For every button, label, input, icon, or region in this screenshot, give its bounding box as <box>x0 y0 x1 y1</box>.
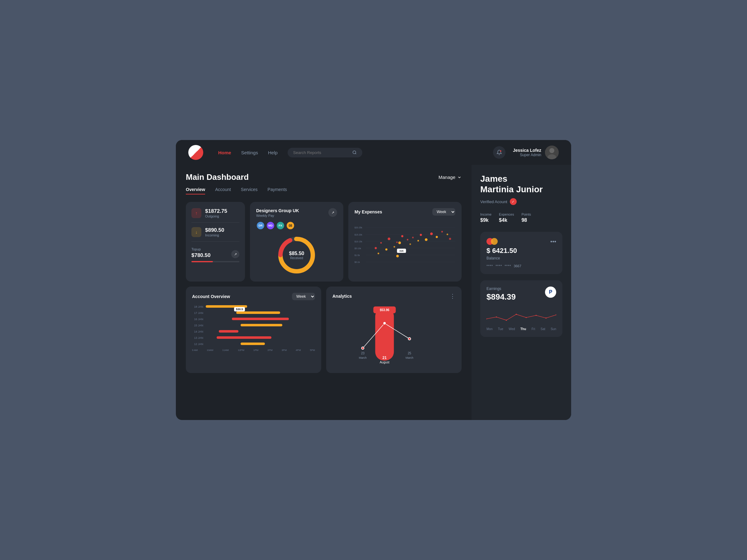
chevron-down-icon <box>457 175 462 180</box>
notifications-button[interactable] <box>493 146 506 159</box>
day-sat: Sat <box>541 327 545 331</box>
incoming-label: Incoming <box>205 233 224 237</box>
svg-rect-44 <box>376 308 394 361</box>
right-panel: James Martinia Junior Verified Acount ✓ … <box>471 165 571 420</box>
cards-bottom: Account Overview Week Month 18 JAN <box>186 287 462 373</box>
svg-text:$15-20k: $15-20k <box>355 234 362 236</box>
card-section: ••• $ 6421.50 Balance **** **** **** 366… <box>480 232 562 274</box>
gantt-row-17jan: 17 JAN $30.5 <box>192 312 315 315</box>
svg-point-53 <box>362 347 364 349</box>
card-more-button[interactable]: ••• <box>550 239 556 245</box>
nav-help[interactable]: Help <box>268 150 278 155</box>
earnings-section: Earnings $894.39 P <box>480 280 562 337</box>
topup-arrow-button[interactable]: ↗ <box>231 250 239 258</box>
progress-fill <box>191 261 213 262</box>
day-fri: Fri <box>532 327 535 331</box>
verified-row: Verified Acount ✓ <box>480 198 562 205</box>
tab-services[interactable]: Services <box>241 187 258 194</box>
avatar-count: 08 <box>286 221 295 230</box>
finance-card: ↑ $1872.75 Outgoing ↓ $890.50 Incoming <box>186 202 245 282</box>
topup-amount: $780.50 <box>191 252 210 259</box>
svg-point-25 <box>401 235 403 237</box>
ao-week-select[interactable]: Week Month <box>292 293 315 300</box>
stats-row: Income $9k Expences $4k Points 98 <box>480 212 562 223</box>
svg-point-29 <box>430 232 433 235</box>
card-top-row: ••• <box>487 238 556 245</box>
day-labels: Mon Tue Wed Thu Fri Sat Sun <box>487 327 556 331</box>
user-info: Jessica Lofez Super Admin <box>513 145 559 159</box>
week-select[interactable]: Week Month <box>432 208 455 216</box>
svg-point-31 <box>449 238 451 240</box>
paypal-icon: P <box>545 287 556 298</box>
tab-overview[interactable]: Overview <box>186 187 205 194</box>
topup-label: Topup <box>191 247 210 251</box>
svg-point-40 <box>447 234 448 235</box>
svg-point-23 <box>388 237 391 240</box>
svg-text:$5-10k: $5-10k <box>355 247 361 249</box>
svg-text:25: 25 <box>408 351 411 355</box>
gantt-row-16jan: 16 JAN <box>192 318 315 321</box>
svg-point-61 <box>536 315 537 316</box>
gantt-row-13jan: 13 JAN <box>192 336 315 340</box>
svg-point-32 <box>378 252 379 254</box>
user-text: Jessica Lofez Super Admin <box>513 148 541 157</box>
bell-icon <box>496 150 502 155</box>
svg-point-39 <box>436 236 438 238</box>
tab-payments[interactable]: Payments <box>268 187 287 194</box>
ao-title: Account Overview <box>192 294 230 299</box>
svg-point-0 <box>353 151 356 154</box>
svg-text:$53.96: $53.96 <box>380 308 389 312</box>
svg-point-56 <box>487 318 487 319</box>
group-card-subtitle: Weekly Pay <box>256 214 299 217</box>
nav-settings[interactable]: Settings <box>241 150 258 155</box>
svg-text:March: March <box>406 356 413 359</box>
group-arrow-button[interactable]: ↗ <box>328 208 337 217</box>
analytics-more-button[interactable]: ⋮ <box>450 293 455 300</box>
svg-point-22 <box>380 242 382 244</box>
svg-point-43 <box>396 255 399 258</box>
left-panel: Main Dashboard Manage Overview Account S… <box>176 165 471 420</box>
account-overview-card: Account Overview Week Month 18 JAN <box>186 287 321 373</box>
svg-text:$20-25k: $20-25k <box>355 226 362 229</box>
user-name: Jessica Lofez <box>513 148 541 153</box>
card-number-row: **** **** **** 3667 <box>487 264 556 268</box>
search-input[interactable] <box>293 150 349 155</box>
day-sun: Sun <box>550 327 556 331</box>
ao-header: Account Overview Week Month <box>192 293 315 300</box>
expenses-header: My Expenses Week Month <box>355 208 455 216</box>
search-bar[interactable] <box>288 148 362 157</box>
svg-text:March: March <box>359 356 367 359</box>
card-balance-amount: $ 6421.50 <box>487 247 556 255</box>
svg-point-33 <box>385 248 387 250</box>
tab-account[interactable]: Account <box>215 187 231 194</box>
progress-bar <box>191 261 239 262</box>
svg-point-35 <box>398 241 401 244</box>
nav-home[interactable]: Home <box>218 150 231 155</box>
analytics-title: Analytics <box>332 294 352 299</box>
stat-income: Income $9k <box>480 212 491 223</box>
svg-point-36 <box>409 243 411 245</box>
expenses-card: My Expenses Week Month $20-25k $15-20k $… <box>348 202 462 282</box>
incoming-amount: $890.50 <box>205 227 224 233</box>
svg-point-37 <box>417 240 419 241</box>
scatter-chart: $20-25k $15-20k $10-15k $5-10k $1-5k $0-… <box>355 220 455 270</box>
svg-text:21: 21 <box>383 355 387 360</box>
svg-point-4 <box>549 148 554 153</box>
earnings-amount: $894.39 <box>487 292 516 302</box>
svg-point-55 <box>408 338 411 340</box>
svg-point-2 <box>500 150 501 152</box>
avatars-row: DR MD PX 08 <box>256 221 337 230</box>
svg-point-60 <box>526 317 526 318</box>
outgoing-amount: $1872.75 <box>205 208 227 214</box>
svg-point-30 <box>441 231 443 232</box>
svg-point-24 <box>396 241 398 243</box>
cards-top: ↑ $1872.75 Outgoing ↓ $890.50 Incoming <box>186 202 462 282</box>
manage-button[interactable]: Manage <box>439 175 462 180</box>
mastercard-icon <box>487 238 498 245</box>
svg-point-34 <box>393 246 395 248</box>
profile-name: James Martinia Junior <box>480 174 562 194</box>
gantt-row-14jan: 14 JAN <box>192 330 315 333</box>
gantt-chart: 18 JAN 17 JAN $30.5 <box>192 305 315 351</box>
group-card-header: Designers Group UK Weekly Pay ↗ <box>256 208 337 217</box>
outgoing-icon: ↑ <box>191 208 201 218</box>
